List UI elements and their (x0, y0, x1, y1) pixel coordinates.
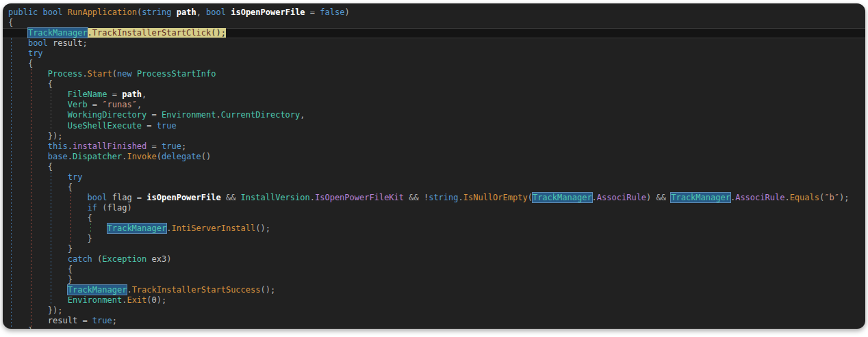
code-token-op: ( (146, 295, 151, 305)
code-token-op: . (216, 110, 220, 120)
code-token-kw: false (320, 8, 344, 17)
code-token-op: ( (157, 152, 162, 161)
code-token-ysel-op: . (88, 28, 92, 38)
code-token-pl (8, 285, 68, 295)
code-token-op: . (68, 152, 73, 161)
code-token-op: () (201, 152, 211, 161)
code-token-op: = (137, 193, 146, 202)
code-token-op: . (459, 193, 463, 202)
code-token-op: ( (528, 193, 533, 202)
code-token-pl (8, 203, 88, 213)
code-token-op: } (68, 244, 73, 254)
code-token-pl (8, 254, 68, 264)
selected-symbol-highlight[interactable]: TrackManager (28, 28, 88, 38)
code-token-pl (8, 38, 28, 48)
code-token-pl (8, 141, 48, 151)
code-line: Environment.Exit(0); (3, 295, 865, 306)
code-token-op: = (305, 8, 320, 17)
code-line: } (3, 244, 865, 254)
code-line: }); (3, 131, 865, 141)
code-token-pl (8, 131, 48, 141)
code-token-kw: bool (88, 193, 107, 202)
code-line: }); (3, 306, 865, 316)
desktop-background: public bool RunApplication(string path, … (0, 0, 868, 337)
code-token-pl (8, 183, 68, 192)
code-token-pl: flag (107, 193, 137, 202)
code-line: Process.Start(new ProcessStartInfo (3, 69, 865, 79)
code-token-op: { (88, 213, 92, 223)
code-token-op: ( (97, 203, 107, 213)
code-token-op: . (127, 285, 131, 295)
code-token-fi: AssociRule (735, 193, 784, 202)
code-line: public bool RunApplication(string path, … (3, 8, 865, 18)
code-token-op: && (221, 193, 241, 202)
code-token-pl (8, 59, 28, 68)
code-token-pl: ex3 (146, 254, 166, 264)
selected-symbol-highlight[interactable]: TrackManager (533, 193, 592, 202)
code-token-op: , (300, 110, 305, 120)
code-token-pa: path (177, 8, 196, 17)
code-token-pl (8, 79, 48, 89)
code-line: { (3, 59, 865, 69)
code-token-op: = (82, 316, 92, 325)
code-token-st: ″runas″ (102, 100, 137, 109)
selected-symbol-highlight[interactable]: TrackManager (68, 285, 127, 295)
code-line: Verb = ″runas″, (3, 100, 865, 110)
code-token-pl (8, 224, 107, 233)
code-token-pl (8, 162, 48, 172)
code-token-me: Start (88, 69, 112, 79)
code-line: UseShellExecute = true (3, 121, 865, 131)
selected-symbol-highlight[interactable]: TrackManager (107, 224, 167, 233)
code-token-op: { (48, 79, 53, 89)
code-token-me: RunApplication (68, 8, 137, 17)
code-token-me: IntiServerInstall (171, 224, 255, 233)
code-token-op: = (142, 121, 157, 131)
code-token-kw: bool (206, 8, 226, 17)
code-token-op: (); (260, 285, 275, 295)
code-token-ty: WorkingDirectory (68, 110, 147, 120)
current-code-line: TrackManager.TrackInstallerStartClick(); (3, 28, 865, 38)
code-token-fi: AssociRule (597, 193, 646, 202)
code-token-op: ; (112, 316, 117, 325)
code-token-pl: result (48, 316, 83, 325)
code-token-kw: public (8, 8, 38, 17)
code-area[interactable]: public bool RunApplication(string path, … (3, 3, 865, 329)
code-token-pl: result (48, 38, 83, 48)
code-token-op: , (137, 100, 142, 109)
code-token-ysel-me: TrackInstallerStartClick (92, 28, 211, 38)
code-token-op: = (107, 90, 123, 99)
code-line: } (3, 326, 865, 329)
code-token-op: ; (82, 38, 87, 48)
code-token-ty: Verb (68, 100, 88, 109)
code-token-op: { (68, 183, 73, 192)
code-token-kw: bool (43, 8, 63, 17)
code-token-op: { (28, 59, 33, 68)
code-token-ty: Exception (102, 254, 146, 264)
code-token-op: { (48, 162, 53, 172)
code-token-op: }); (48, 306, 63, 315)
code-token-op: = (146, 141, 162, 151)
code-token-op: }); (48, 131, 63, 141)
code-token-kw: delegate (162, 152, 201, 161)
selected-symbol-highlight[interactable]: TrackManager (671, 193, 730, 202)
code-token-op: } (28, 326, 33, 329)
code-token-op: ) (127, 203, 131, 213)
code-token-pl (8, 275, 68, 284)
code-token-st: ″b″ (824, 193, 839, 202)
code-token-op: . (68, 141, 73, 151)
code-token-ty: CurrentDirectory (221, 110, 301, 120)
code-token-pl (8, 90, 68, 99)
code-token-ty: Process (48, 69, 83, 79)
code-token-pl: flag (107, 203, 127, 213)
code-token-op: ( (112, 69, 117, 79)
code-token-kw: catch (68, 254, 92, 264)
code-token-pl (38, 8, 42, 17)
code-token-op: ) (344, 8, 349, 17)
code-line: } (3, 275, 865, 285)
code-token-pl (8, 193, 88, 202)
code-token-me: Invoke (127, 152, 156, 161)
code-token-kw: true (92, 316, 112, 325)
code-token-pl (8, 265, 68, 274)
code-token-op: . (310, 193, 315, 202)
code-token-pl (8, 121, 68, 131)
